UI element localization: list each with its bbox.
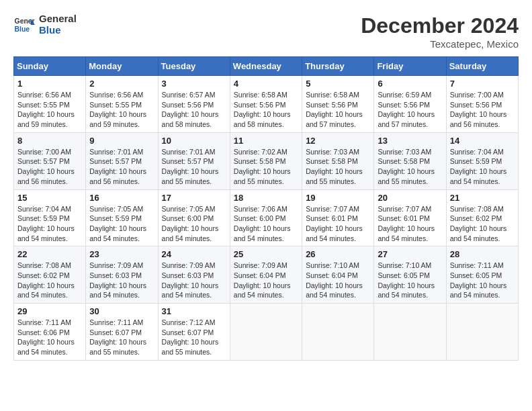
- calendar-cell: 5Sunrise: 6:58 AMSunset: 5:56 PMDaylight…: [302, 76, 374, 133]
- day-info: Sunrise: 6:58 AMSunset: 5:56 PMDaylight:…: [306, 90, 370, 130]
- calendar-cell: 12Sunrise: 7:03 AMSunset: 5:58 PMDayligh…: [302, 132, 374, 189]
- day-info: Sunrise: 7:09 AMSunset: 6:03 PMDaylight:…: [89, 261, 154, 300]
- day-info: Sunrise: 7:12 AMSunset: 6:07 PMDaylight:…: [162, 318, 226, 357]
- calendar-cell: 7Sunrise: 7:00 AMSunset: 5:56 PMDaylight…: [446, 76, 518, 133]
- day-info: Sunrise: 7:06 AMSunset: 6:00 PMDaylight:…: [234, 204, 298, 244]
- logo: General Blue General Blue: [13, 13, 77, 36]
- calendar-cell: 17Sunrise: 7:05 AMSunset: 6:00 PMDayligh…: [158, 189, 230, 246]
- col-header-saturday: Saturday: [446, 57, 518, 76]
- day-info: Sunrise: 6:59 AMSunset: 5:56 PMDaylight:…: [378, 90, 442, 130]
- day-number: 8: [17, 136, 82, 146]
- calendar-cell: 22Sunrise: 7:08 AMSunset: 6:02 PMDayligh…: [14, 246, 86, 304]
- calendar-cell: 19Sunrise: 7:07 AMSunset: 6:01 PMDayligh…: [302, 189, 374, 246]
- day-number: 10: [162, 136, 226, 146]
- calendar-cell: [230, 304, 302, 361]
- calendar-cell: 29Sunrise: 7:11 AMSunset: 6:06 PMDayligh…: [14, 304, 86, 361]
- day-info: Sunrise: 7:04 AMSunset: 5:59 PMDaylight:…: [17, 204, 82, 244]
- day-info: Sunrise: 6:58 AMSunset: 5:56 PMDaylight:…: [234, 90, 298, 130]
- day-info: Sunrise: 7:10 AMSunset: 6:04 PMDaylight:…: [306, 261, 370, 300]
- calendar-cell: 3Sunrise: 6:57 AMSunset: 5:56 PMDaylight…: [158, 76, 230, 133]
- col-header-wednesday: Wednesday: [230, 57, 302, 76]
- col-header-tuesday: Tuesday: [158, 57, 230, 76]
- day-number: 28: [450, 249, 515, 259]
- day-number: 5: [306, 79, 370, 89]
- day-number: 22: [17, 249, 82, 259]
- calendar-cell: 30Sunrise: 7:11 AMSunset: 6:07 PMDayligh…: [86, 304, 158, 361]
- calendar-cell: 26Sunrise: 7:10 AMSunset: 6:04 PMDayligh…: [302, 246, 374, 304]
- calendar-cell: [302, 304, 374, 361]
- day-number: 14: [450, 136, 515, 146]
- day-number: 6: [378, 79, 442, 89]
- day-number: 9: [89, 136, 154, 146]
- day-number: 3: [162, 79, 226, 89]
- calendar-cell: 11Sunrise: 7:02 AMSunset: 5:58 PMDayligh…: [230, 132, 302, 189]
- day-info: Sunrise: 7:05 AMSunset: 5:59 PMDaylight:…: [89, 204, 154, 244]
- day-info: Sunrise: 7:08 AMSunset: 6:02 PMDaylight:…: [17, 261, 82, 300]
- day-number: 23: [89, 249, 154, 259]
- calendar-cell: 20Sunrise: 7:07 AMSunset: 6:01 PMDayligh…: [374, 189, 446, 246]
- day-info: Sunrise: 6:56 AMSunset: 5:55 PMDaylight:…: [89, 90, 154, 130]
- calendar-cell: 25Sunrise: 7:09 AMSunset: 6:04 PMDayligh…: [230, 246, 302, 304]
- calendar-cell: 9Sunrise: 7:01 AMSunset: 5:57 PMDaylight…: [86, 132, 158, 189]
- day-number: 26: [306, 249, 370, 259]
- day-number: 29: [17, 306, 82, 316]
- calendar-cell: 1Sunrise: 6:56 AMSunset: 5:55 PMDaylight…: [14, 76, 86, 133]
- day-number: 13: [378, 136, 442, 146]
- day-info: Sunrise: 7:00 AMSunset: 5:57 PMDaylight:…: [17, 147, 82, 187]
- day-number: 17: [162, 193, 226, 203]
- logo-line2: Blue: [39, 25, 77, 36]
- day-info: Sunrise: 7:02 AMSunset: 5:58 PMDaylight:…: [234, 147, 298, 187]
- location: Texcatepec, Mexico: [361, 38, 519, 50]
- day-info: Sunrise: 7:03 AMSunset: 5:58 PMDaylight:…: [306, 147, 370, 187]
- day-number: 2: [89, 79, 154, 89]
- calendar-cell: 24Sunrise: 7:09 AMSunset: 6:03 PMDayligh…: [158, 246, 230, 304]
- col-header-monday: Monday: [86, 57, 158, 76]
- calendar-cell: 28Sunrise: 7:11 AMSunset: 6:05 PMDayligh…: [446, 246, 518, 304]
- day-info: Sunrise: 7:11 AMSunset: 6:05 PMDaylight:…: [450, 261, 515, 300]
- col-header-thursday: Thursday: [302, 57, 374, 76]
- day-number: 25: [234, 249, 298, 259]
- calendar-cell: 18Sunrise: 7:06 AMSunset: 6:00 PMDayligh…: [230, 189, 302, 246]
- day-number: 21: [450, 193, 515, 203]
- day-number: 11: [234, 136, 298, 146]
- calendar-cell: 15Sunrise: 7:04 AMSunset: 5:59 PMDayligh…: [14, 189, 86, 246]
- day-number: 16: [89, 193, 154, 203]
- day-info: Sunrise: 7:11 AMSunset: 6:07 PMDaylight:…: [89, 318, 154, 357]
- day-number: 27: [378, 249, 442, 259]
- day-info: Sunrise: 7:10 AMSunset: 6:05 PMDaylight:…: [378, 261, 442, 300]
- day-number: 12: [306, 136, 370, 146]
- day-info: Sunrise: 7:09 AMSunset: 6:03 PMDaylight:…: [162, 261, 226, 300]
- day-number: 31: [162, 306, 226, 316]
- calendar-cell: 31Sunrise: 7:12 AMSunset: 6:07 PMDayligh…: [158, 304, 230, 361]
- day-number: 15: [17, 193, 82, 203]
- day-number: 30: [89, 306, 154, 316]
- day-number: 18: [234, 193, 298, 203]
- calendar-cell: [446, 304, 518, 361]
- day-info: Sunrise: 7:05 AMSunset: 6:00 PMDaylight:…: [162, 204, 226, 244]
- col-header-friday: Friday: [374, 57, 446, 76]
- day-info: Sunrise: 7:00 AMSunset: 5:56 PMDaylight:…: [450, 90, 515, 130]
- day-number: 1: [17, 79, 82, 89]
- day-info: Sunrise: 6:57 AMSunset: 5:56 PMDaylight:…: [162, 90, 226, 130]
- logo-icon: General Blue: [13, 14, 35, 36]
- day-info: Sunrise: 7:03 AMSunset: 5:58 PMDaylight:…: [378, 147, 442, 187]
- calendar-cell: 14Sunrise: 7:04 AMSunset: 5:59 PMDayligh…: [446, 132, 518, 189]
- day-info: Sunrise: 6:56 AMSunset: 5:55 PMDaylight:…: [17, 90, 82, 130]
- page-header: General Blue General Blue December 2024 …: [13, 13, 519, 50]
- day-info: Sunrise: 7:04 AMSunset: 5:59 PMDaylight:…: [450, 147, 515, 187]
- calendar-cell: 6Sunrise: 6:59 AMSunset: 5:56 PMDaylight…: [374, 76, 446, 133]
- day-number: 24: [162, 249, 226, 259]
- calendar-cell: 13Sunrise: 7:03 AMSunset: 5:58 PMDayligh…: [374, 132, 446, 189]
- day-info: Sunrise: 7:08 AMSunset: 6:02 PMDaylight:…: [450, 204, 515, 244]
- calendar-cell: 4Sunrise: 6:58 AMSunset: 5:56 PMDaylight…: [230, 76, 302, 133]
- day-info: Sunrise: 7:11 AMSunset: 6:06 PMDaylight:…: [17, 318, 82, 357]
- calendar-cell: 27Sunrise: 7:10 AMSunset: 6:05 PMDayligh…: [374, 246, 446, 304]
- calendar-cell: 8Sunrise: 7:00 AMSunset: 5:57 PMDaylight…: [14, 132, 86, 189]
- calendar-cell: 2Sunrise: 6:56 AMSunset: 5:55 PMDaylight…: [86, 76, 158, 133]
- calendar-cell: 21Sunrise: 7:08 AMSunset: 6:02 PMDayligh…: [446, 189, 518, 246]
- day-number: 7: [450, 79, 515, 89]
- day-info: Sunrise: 7:07 AMSunset: 6:01 PMDaylight:…: [306, 204, 370, 244]
- logo-line1: General: [39, 13, 77, 25]
- col-header-sunday: Sunday: [14, 57, 86, 76]
- calendar-cell: [374, 304, 446, 361]
